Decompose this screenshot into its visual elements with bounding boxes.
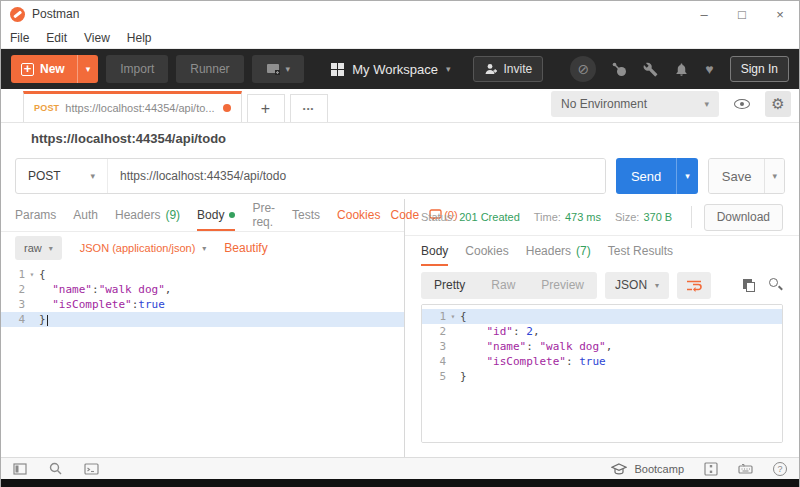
window-title: Postman	[32, 7, 79, 21]
menu-view[interactable]: View	[84, 31, 110, 45]
two-pane-view-button[interactable]	[704, 462, 718, 476]
response-tab-body[interactable]: Body	[421, 236, 448, 266]
code-line[interactable]: 5}	[422, 369, 782, 384]
eye-icon	[734, 99, 750, 109]
code-line[interactable]: 4}	[1, 312, 404, 327]
runner-button[interactable]: Runner	[176, 55, 243, 83]
request-body-editor[interactable]: 1▾{2 "name":"walk dog",3 "isComplete":tr…	[1, 264, 404, 457]
import-button[interactable]: Import	[106, 55, 168, 83]
download-button[interactable]: Download	[704, 204, 783, 231]
url-input[interactable]	[108, 159, 605, 193]
tab-body[interactable]: Body	[197, 199, 235, 231]
invite-button[interactable]: Invite	[473, 56, 544, 82]
response-format-value: JSON	[615, 278, 647, 292]
maximize-button[interactable]: □	[723, 1, 761, 27]
request-title: https://localhost:44354/api/todo	[31, 131, 226, 146]
send-dropdown-caret[interactable]: ▾	[676, 158, 698, 194]
tab-tests[interactable]: Tests	[292, 199, 320, 231]
code-line[interactable]: 3 "isComplete":true	[1, 297, 404, 312]
code-line[interactable]: 2 "name":"walk dog",	[1, 282, 404, 297]
copy-response-icon[interactable]	[743, 279, 755, 292]
response-tab-test-results[interactable]: Test Results	[608, 236, 673, 266]
app-statusbar: Bootcamp ?	[1, 457, 799, 479]
view-mode-raw[interactable]: Raw	[478, 278, 528, 292]
help-button[interactable]: ?	[773, 462, 787, 476]
view-mode-preview[interactable]: Preview	[528, 278, 597, 292]
code-line[interactable]: 3 "name": "walk dog",	[422, 339, 782, 354]
shortcuts-button[interactable]	[738, 463, 753, 474]
postman-window: Postman – □ × File Edit View Help + New …	[0, 0, 800, 487]
text-cursor	[47, 315, 49, 326]
window-plus-icon	[266, 63, 280, 75]
bootcamp-label: Bootcamp	[634, 463, 684, 475]
response-headers-label: Headers	[526, 244, 571, 258]
body-mode-select[interactable]: raw ▾	[15, 236, 62, 260]
new-button-label: New	[40, 62, 65, 76]
method-select[interactable]: POST ▾	[16, 159, 108, 193]
open-new-window-button[interactable]: ▾	[252, 55, 305, 83]
environment-selector[interactable]: No Environment ▾	[551, 91, 719, 117]
send-button[interactable]: Send	[616, 158, 676, 194]
status-badge: Status:201 Created	[421, 211, 520, 223]
tab-prerequest[interactable]: Pre-req.	[252, 199, 275, 231]
response-body-viewer[interactable]: 1▾{2 "id": 2,3 "name": "walk dog",4 "isC…	[422, 305, 782, 442]
tab-auth[interactable]: Auth	[73, 199, 98, 231]
minimize-button[interactable]: –	[685, 1, 723, 27]
request-builder-row: POST ▾ Send ▾ Save ▾	[1, 153, 799, 199]
new-dropdown-caret[interactable]: ▾	[77, 55, 99, 83]
menu-help[interactable]: Help	[127, 31, 152, 45]
wrap-lines-button[interactable]	[677, 272, 711, 299]
code-line[interactable]: 1▾{	[422, 309, 782, 324]
save-button[interactable]: Save	[709, 159, 765, 193]
menu-file[interactable]: File	[10, 31, 29, 45]
postman-logo-icon	[10, 7, 25, 22]
console-button[interactable]	[84, 463, 99, 475]
response-panel: Status:201 Created Time:473 ms Size:370 …	[405, 199, 799, 457]
tab-headers-label: Headers	[115, 208, 160, 222]
tab-headers[interactable]: Headers (9)	[115, 199, 180, 231]
environment-preview-button[interactable]	[729, 91, 755, 117]
toggle-sidebar-button[interactable]	[13, 463, 27, 475]
environment-caret: ▾	[704, 99, 709, 109]
new-tab-button[interactable]: +	[247, 94, 285, 122]
request-tab[interactable]: POST https://localhost:44354/api/to...	[23, 91, 242, 122]
response-status-row: Status:201 Created Time:473 ms Size:370 …	[405, 199, 799, 236]
titlebar: Postman – □ ×	[1, 1, 799, 27]
console-icon	[84, 463, 99, 475]
tab-params[interactable]: Params	[15, 199, 56, 231]
workspace-caret[interactable]: ▾	[446, 64, 451, 74]
response-format-select[interactable]: JSON ▾	[605, 272, 669, 299]
search-response-icon[interactable]	[769, 278, 783, 292]
menu-edit[interactable]: Edit	[46, 31, 67, 45]
response-headers-count: (7)	[576, 244, 591, 258]
bootcamp-button[interactable]: Bootcamp	[611, 463, 684, 475]
main-toolbar: + New ▾ Import Runner ▾ My Workspace ▾ I…	[1, 49, 799, 89]
save-dropdown-caret[interactable]: ▾	[764, 159, 784, 193]
wrench-icon[interactable]	[643, 62, 658, 77]
sign-in-button[interactable]: Sign In	[730, 56, 789, 82]
beautify-link[interactable]: Beautify	[224, 241, 267, 255]
person-plus-icon	[484, 63, 498, 75]
main-split: Params Auth Headers (9) Body Pre-req. Te…	[1, 199, 799, 457]
workspace-selector[interactable]: My Workspace	[352, 62, 438, 77]
search-icon	[49, 462, 62, 475]
bell-icon[interactable]	[674, 62, 689, 77]
code-line[interactable]: 4 "isComplete": true	[422, 354, 782, 369]
heart-icon[interactable]: ♥	[705, 61, 713, 77]
response-body-box: 1▾{2 "id": 2,3 "name": "walk dog",4 "isC…	[421, 304, 783, 443]
response-tab-cookies[interactable]: Cookies	[465, 236, 508, 266]
close-button[interactable]: ×	[761, 1, 799, 27]
view-mode-pretty[interactable]: Pretty	[421, 278, 478, 292]
new-button[interactable]: + New ▾	[11, 55, 98, 83]
code-line[interactable]: 2 "id": 2,	[422, 324, 782, 339]
satellite-icon[interactable]	[612, 62, 627, 77]
response-tab-headers[interactable]: Headers (7)	[526, 236, 591, 266]
code-line[interactable]: 1▾{	[1, 267, 404, 282]
content-type-select[interactable]: JSON (application/json) ▾	[80, 242, 207, 254]
settings-button[interactable]: ⚙	[765, 91, 791, 117]
cookies-link[interactable]: Cookies	[337, 208, 380, 222]
search-button[interactable]	[49, 462, 62, 475]
save-button-group: Save ▾	[708, 158, 785, 194]
tab-options-button[interactable]: •••	[290, 94, 328, 122]
sync-disabled-icon[interactable]: ⊘	[570, 56, 596, 82]
